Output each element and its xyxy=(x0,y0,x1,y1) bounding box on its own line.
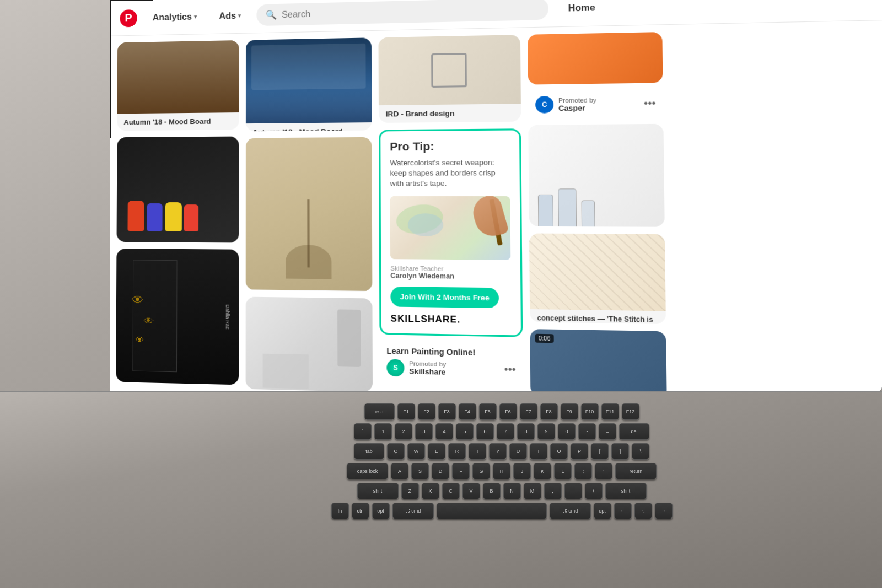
key-l[interactable]: L xyxy=(554,463,572,479)
key-f11[interactable]: F11 xyxy=(601,403,619,420)
search-input[interactable] xyxy=(282,4,539,20)
key-q[interactable]: Q xyxy=(387,443,405,460)
key-fn[interactable]: fn xyxy=(331,503,349,519)
key-f10[interactable]: F10 xyxy=(581,403,599,420)
skillshare-ad-card[interactable]: Pro Tip: Watercolorist's secret weapon: … xyxy=(379,128,523,337)
analytics-nav-item[interactable]: Analytics ▾ xyxy=(146,7,203,27)
key-2[interactable]: 2 xyxy=(395,423,412,440)
key-y[interactable]: Y xyxy=(489,443,507,460)
key-z[interactable]: Z xyxy=(401,483,419,499)
key-quote[interactable]: ' xyxy=(595,463,612,479)
key-j[interactable]: J xyxy=(513,463,531,479)
key-minus[interactable]: - xyxy=(578,423,596,440)
key-r[interactable]: R xyxy=(448,443,466,460)
key-f12[interactable]: F12 xyxy=(622,403,639,420)
pin-bathroom[interactable] xyxy=(246,297,373,391)
key-x[interactable]: X xyxy=(422,483,439,499)
pin-video[interactable]: 0:06 NEW! xyxy=(530,329,666,391)
key-f4[interactable]: F4 xyxy=(459,403,476,420)
keyboard-grid: esc F1 F2 F3 F4 F5 F6 F7 F8 F9 F10 F11 F… xyxy=(0,392,882,530)
key-shift-left[interactable]: shift xyxy=(357,483,399,499)
key-semicolon[interactable]: ; xyxy=(574,463,592,479)
key-lbracket[interactable]: [ xyxy=(591,443,609,460)
key-g[interactable]: G xyxy=(472,463,490,479)
key-rbracket[interactable]: ] xyxy=(611,443,629,460)
ads-nav-item[interactable]: Ads ▾ xyxy=(212,6,248,26)
key-4[interactable]: 4 xyxy=(435,423,453,440)
key-s[interactable]: S xyxy=(411,463,429,479)
key-c[interactable]: C xyxy=(442,483,460,499)
key-cmd-left[interactable]: ⌘ cmd xyxy=(392,503,434,519)
key-period[interactable]: . xyxy=(564,483,582,499)
key-i[interactable]: I xyxy=(530,443,547,460)
key-f5[interactable]: F5 xyxy=(479,403,497,420)
key-backtick[interactable]: ` xyxy=(354,423,372,440)
key-p[interactable]: P xyxy=(571,443,588,460)
key-cmd-right[interactable]: ⌘ cmd xyxy=(550,503,591,519)
key-arrow-updown[interactable]: ↑↓ xyxy=(634,503,652,519)
home-link[interactable]: Home xyxy=(568,2,595,13)
key-f3[interactable]: F3 xyxy=(438,403,456,420)
key-arrow-left[interactable]: ← xyxy=(614,503,632,519)
key-7[interactable]: 7 xyxy=(497,423,514,440)
more-options-button[interactable]: ••• xyxy=(504,364,516,376)
key-e[interactable]: E xyxy=(428,443,445,460)
key-f8[interactable]: F8 xyxy=(540,403,558,420)
pin-stitch[interactable]: concept stitches — 'The Stitch is Lost U… xyxy=(529,234,666,325)
pin-flasks[interactable] xyxy=(528,124,664,227)
key-ctrl[interactable]: ctrl xyxy=(352,503,369,519)
key-space[interactable] xyxy=(437,503,547,519)
key-a[interactable]: A xyxy=(391,463,408,479)
key-t[interactable]: T xyxy=(469,443,486,460)
pin-pants[interactable]: 👁 👁 👁 Dahlia Raz xyxy=(116,249,239,385)
key-v[interactable]: V xyxy=(462,483,480,499)
key-9[interactable]: 9 xyxy=(537,423,555,440)
pin-colorvases[interactable] xyxy=(117,137,239,243)
key-w[interactable]: W xyxy=(407,443,425,460)
key-1[interactable]: 1 xyxy=(374,423,392,440)
key-u[interactable]: U xyxy=(509,443,527,460)
casper-promoted: C Promoted by Casper ••• xyxy=(528,90,663,118)
pin-natural[interactable]: Natural xyxy=(246,137,373,292)
key-delete[interactable]: del xyxy=(619,423,649,440)
key-row-1: esc F1 F2 F3 F4 F5 F6 F7 F8 F9 F10 F11 F… xyxy=(165,403,838,420)
key-comma[interactable]: , xyxy=(544,483,562,499)
key-f7[interactable]: F7 xyxy=(520,403,537,420)
key-arrow-right[interactable]: → xyxy=(655,503,673,519)
key-8[interactable]: 8 xyxy=(517,423,535,440)
key-shift-right[interactable]: shift xyxy=(605,483,647,499)
key-f[interactable]: F xyxy=(452,463,470,479)
search-bar[interactable]: 🔍 xyxy=(257,0,549,26)
key-esc[interactable]: esc xyxy=(364,403,395,420)
key-h[interactable]: H xyxy=(493,463,510,479)
key-equals[interactable]: = xyxy=(599,423,616,440)
key-f2[interactable]: F2 xyxy=(418,403,435,420)
casper-more-options[interactable]: ••• xyxy=(644,98,656,110)
key-backslash[interactable]: \ xyxy=(632,443,649,460)
key-5[interactable]: 5 xyxy=(456,423,474,440)
key-return[interactable]: return xyxy=(615,463,657,479)
pin-autumn[interactable]: Autumn '18 - Mood Board xyxy=(117,40,239,131)
key-n[interactable]: N xyxy=(503,483,521,499)
key-o[interactable]: O xyxy=(550,443,568,460)
pin-top-right[interactable] xyxy=(528,32,663,85)
key-3[interactable]: 3 xyxy=(415,423,433,440)
pinterest-logo[interactable]: P xyxy=(120,9,137,27)
join-button[interactable]: Join With 2 Months Free xyxy=(390,287,499,308)
key-slash[interactable]: / xyxy=(585,483,603,499)
key-0[interactable]: 0 xyxy=(558,423,576,440)
key-f1[interactable]: F1 xyxy=(397,403,415,420)
key-d[interactable]: D xyxy=(432,463,449,479)
key-6[interactable]: 6 xyxy=(476,423,494,440)
key-b[interactable]: B xyxy=(483,483,501,499)
key-f6[interactable]: F6 xyxy=(499,403,517,420)
pin-brand[interactable]: IRD - Brand design xyxy=(378,35,521,123)
key-tab[interactable]: tab xyxy=(354,443,384,460)
key-capslock[interactable]: caps lock xyxy=(347,463,388,479)
key-option-left[interactable]: opt xyxy=(372,503,390,519)
key-m[interactable]: M xyxy=(524,483,541,499)
key-f9[interactable]: F9 xyxy=(561,403,578,420)
key-option-right[interactable]: opt xyxy=(594,503,611,519)
key-k[interactable]: K xyxy=(534,463,551,479)
pin-bluebottle[interactable]: Autumn '18 - Mood Board xyxy=(246,37,372,131)
